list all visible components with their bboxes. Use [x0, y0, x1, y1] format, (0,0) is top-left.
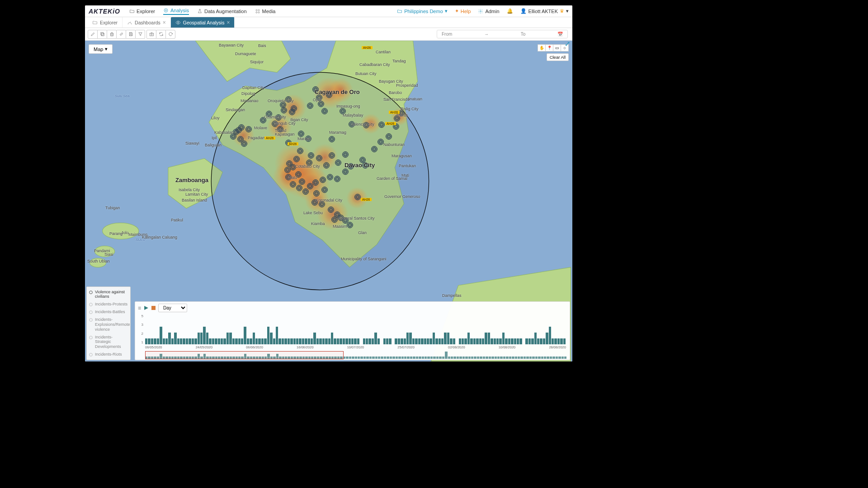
folder-icon: [129, 9, 135, 14]
svg-point-21: [90, 336, 93, 339]
top-nav: AKTEKiO Explorer Analysis Data Augmentat…: [85, 5, 572, 17]
bell-icon[interactable]: 🔔: [507, 8, 513, 14]
svg-point-4: [256, 12, 257, 13]
folder-icon: [92, 20, 98, 25]
admin-link[interactable]: Admin: [478, 9, 499, 14]
hand-tool[interactable]: ✋: [538, 44, 546, 52]
svg-point-15: [90, 258, 106, 267]
redo-button[interactable]: [165, 30, 175, 39]
chevron-down-icon: ▾: [105, 46, 108, 52]
svg-point-7: [177, 22, 179, 23]
date-from-label: From: [442, 32, 452, 37]
interval-select[interactable]: Day: [158, 304, 187, 312]
svg-point-14: [95, 246, 115, 257]
nav-media[interactable]: Media: [255, 9, 276, 14]
svg-point-18: [90, 303, 93, 306]
eye-icon: [175, 20, 181, 25]
edit-button[interactable]: [88, 30, 98, 39]
layer-item[interactable]: Incidents-Protests: [87, 300, 130, 308]
link-button[interactable]: [116, 30, 126, 39]
brand-logo: AKTEKiO: [89, 8, 120, 15]
highway-badge: AH26: [288, 142, 298, 145]
refresh-button[interactable]: [156, 30, 166, 39]
svg-point-19: [90, 311, 93, 314]
tab-geospatial[interactable]: Geospatial Analysis×: [171, 17, 235, 28]
filter-button[interactable]: [135, 30, 145, 39]
user-menu[interactable]: 👤Elliott AKTEK♛▾: [520, 8, 569, 14]
svg-point-2: [256, 9, 257, 11]
rect-tool[interactable]: ▭: [553, 44, 561, 52]
layer-item[interactable]: Incidents-Riots: [87, 351, 130, 358]
timeline-brush[interactable]: [145, 351, 344, 359]
svg-rect-8: [101, 33, 104, 36]
layer-item[interactable]: Incidents-Explosions/Remote violence: [87, 316, 130, 333]
gauge-icon: [127, 20, 132, 25]
svg-rect-10: [150, 33, 153, 36]
timeline-bars: [145, 315, 566, 344]
delete-button[interactable]: [107, 30, 117, 39]
tab-dashboards[interactable]: Dashboards×: [123, 17, 171, 28]
timeline-controls: ≡ Day: [138, 304, 567, 312]
layer-item[interactable]: Incidents-Battles: [87, 308, 130, 316]
expand-icon[interactable]: ⤢: [565, 42, 570, 47]
svg-rect-9: [100, 33, 103, 35]
folder-open-icon: [397, 9, 402, 14]
flask-icon: [197, 9, 203, 14]
svg-point-16: [211, 72, 429, 290]
highway-badge: AH26: [362, 46, 373, 49]
tab-bar: Explorer Dashboards× Geospatial Analysis…: [85, 17, 572, 28]
nav-items: Explorer Analysis Data Augmentation Medi…: [129, 8, 275, 15]
play-button[interactable]: [144, 305, 149, 310]
help-icon: ✦: [455, 8, 459, 14]
svg-point-20: [90, 319, 93, 322]
timeline-menu-icon[interactable]: ≡: [138, 305, 141, 311]
tab-explorer[interactable]: Explorer: [88, 17, 123, 28]
svg-point-11: [151, 34, 152, 35]
layer-item[interactable]: Violence against civilians: [87, 288, 130, 301]
chevron-down-icon: ▾: [445, 8, 448, 14]
nav-explorer[interactable]: Explorer: [129, 9, 155, 14]
date-range-picker[interactable]: From → To 📅: [437, 30, 568, 38]
highway-badge: AH26: [264, 136, 275, 140]
app-window: AKTEKiO Explorer Analysis Data Augmentat…: [85, 5, 572, 361]
highway-badge: AH26: [389, 111, 400, 114]
svg-point-17: [90, 291, 93, 294]
topbar-right: Philippines Demo▾ ✦Help Admin 🔔 👤Elliott…: [397, 8, 569, 14]
clear-all-button[interactable]: Clear All: [547, 53, 569, 61]
svg-point-3: [258, 9, 259, 11]
svg-point-1: [165, 9, 166, 11]
timeline-minimap[interactable]: [145, 352, 567, 359]
marker-tool[interactable]: 📍: [545, 44, 553, 52]
svg-point-0: [164, 9, 168, 12]
close-icon[interactable]: ×: [163, 19, 166, 26]
save-button[interactable]: [126, 30, 136, 39]
nav-analysis[interactable]: Analysis: [163, 8, 189, 15]
chevron-down-icon: ▾: [566, 8, 569, 14]
target-icon: [163, 8, 169, 13]
stop-button[interactable]: [151, 306, 156, 310]
close-icon[interactable]: ×: [226, 19, 230, 26]
map-draw-tools: ✋ 📍 ▭ ○: [538, 44, 569, 52]
gear-icon: [478, 9, 483, 14]
nav-data-augmentation[interactable]: Data Augmentation: [197, 9, 247, 14]
map-canvas[interactable]: Bayawan CityBaisDumagueteSiquijorCabadba…: [85, 41, 572, 361]
layer-item[interactable]: Incidents-Strategic Developments: [87, 333, 130, 351]
highway-badge: AH26: [385, 122, 396, 125]
highway-badge: AH26: [361, 198, 372, 201]
help-link[interactable]: ✦Help: [455, 8, 471, 14]
timeline-chart[interactable]: 5321 06/05/202024/05/202006/06/202016/06…: [138, 314, 567, 351]
workspace-selector[interactable]: Philippines Demo▾: [397, 8, 448, 14]
map-type-selector[interactable]: Map▾: [89, 44, 113, 54]
user-icon: 👤: [520, 8, 527, 14]
svg-point-22: [90, 353, 93, 357]
crown-icon: ♛: [560, 8, 564, 14]
arrow-icon: →: [484, 32, 489, 37]
copy-button[interactable]: [97, 30, 107, 39]
timeline-y-axis: 5321: [138, 314, 144, 344]
timeline-panel: ≡ Day 5321 06/05/202024/05/202006/06/202…: [135, 301, 570, 360]
layer-panel: Violence against civiliansIncidents-Prot…: [86, 286, 131, 360]
svg-point-5: [258, 12, 259, 13]
calendar-icon: 📅: [557, 32, 563, 37]
camera-button[interactable]: [146, 30, 156, 39]
date-to-label: To: [521, 32, 526, 37]
